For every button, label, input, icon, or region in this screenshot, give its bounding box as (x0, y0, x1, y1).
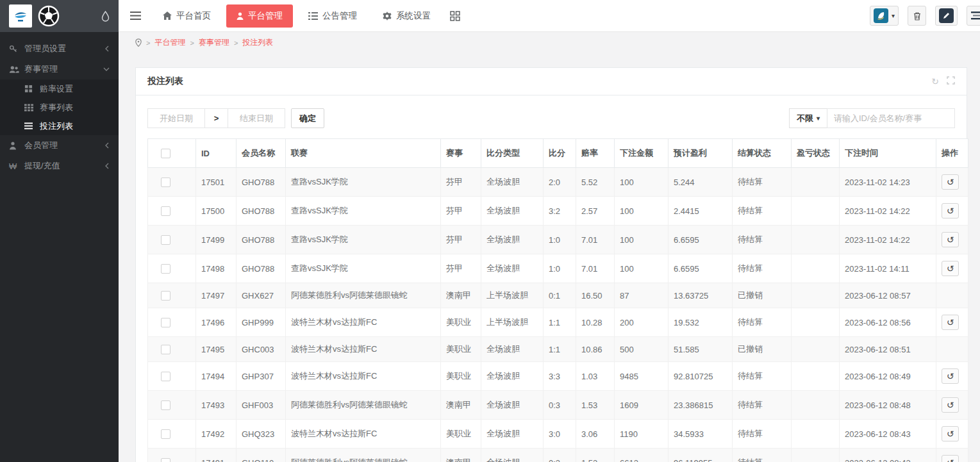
row-select-cell (148, 254, 196, 283)
sidebar-item-match-management[interactable]: 赛事管理 (0, 59, 119, 79)
sidebar-item-odds-settings[interactable]: 赔率设置 (0, 79, 119, 98)
row-checkbox[interactable] (161, 400, 170, 410)
table-row: 17499 GHO788 查路vsSJK学院 芬甲 全场波胆 1:0 7.01 … (148, 226, 968, 254)
cell-league-match: 阿德莱德胜利vs阿德莱德眼镜蛇 (286, 391, 441, 420)
column-header-id: ID (196, 139, 237, 168)
soccer-ball-icon[interactable] (37, 4, 60, 28)
cell-member: GHO788 (237, 197, 286, 226)
cell-settle-status: 待结算 (733, 226, 792, 254)
row-select-cell (148, 168, 196, 197)
cell-bet-time: 2023-11-02 14:22 (840, 226, 936, 254)
cell-profit: 13.63725 (669, 283, 733, 308)
undo-button[interactable]: ↺ (942, 426, 959, 441)
undo-button[interactable]: ↺ (942, 397, 959, 413)
date-range-arrow-button[interactable]: > (204, 108, 228, 128)
bet-list-panel: 投注列表 ↻ > 确定 (135, 67, 967, 462)
sidebar-item-withdraw-deposit[interactable]: ₩ 提现/充值 (0, 156, 119, 176)
cell-score: 1:1 (544, 337, 576, 362)
row-checkbox[interactable] (161, 429, 170, 439)
cell-odds: 1.03 (576, 362, 615, 391)
cell-id: 17500 (196, 197, 237, 226)
cell-bet-time: 2023-06-12 08:56 (840, 308, 936, 337)
undo-button[interactable]: ↺ (942, 315, 959, 330)
brand-logo[interactable] (9, 4, 32, 28)
table-header: ID 会员名称 联赛 赛事 比分类型 比分 赔率 下注金额 预计盈利 结算状态 (148, 139, 968, 168)
user-icon (237, 12, 244, 20)
table-row: 17494 GHP307 波特兰木材vs达拉斯FC 美职业 全场波胆 3:3 1… (148, 362, 968, 391)
browser-icon (874, 8, 888, 23)
undo-button[interactable]: ↺ (942, 232, 959, 247)
breadcrumb-link-bet-list[interactable]: 投注列表 (242, 37, 273, 48)
breadcrumb-link-match[interactable]: 赛事管理 (199, 37, 229, 48)
cell-odds: 7.01 (576, 254, 615, 283)
cell-league-match: 查路vsSJK学院 (286, 226, 441, 254)
nav-tab-system-settings[interactable]: 系统设置 (372, 4, 441, 28)
cell-bet-time: 2023-06-12 08:43 (840, 420, 936, 449)
search-group: 不限 ▾ (789, 108, 955, 128)
hamburger-icon[interactable] (130, 12, 141, 20)
caret-down-icon: ▾ (817, 115, 820, 122)
cell-score: 3:2 (544, 197, 576, 226)
sidebar-item-member-management[interactable]: 会员管理 (0, 135, 119, 156)
expand-icon[interactable] (947, 76, 955, 87)
row-checkbox[interactable] (161, 177, 170, 187)
undo-button[interactable]: ↺ (942, 203, 959, 219)
cell-amount: 100 (615, 197, 669, 226)
gear-icon (383, 12, 392, 21)
row-checkbox[interactable] (161, 291, 170, 301)
cell-league: 美职业 (441, 308, 481, 337)
row-checkbox[interactable] (161, 458, 170, 462)
sidebar-item-bet-list[interactable]: 投注列表 (0, 117, 119, 135)
cell-settle-status: 待结算 (733, 391, 792, 420)
undo-button[interactable]: ↺ (942, 261, 959, 276)
end-date-input[interactable] (228, 108, 285, 128)
row-checkbox[interactable] (161, 345, 170, 354)
undo-button[interactable]: ↺ (942, 455, 959, 462)
cell-member: GHO788 (237, 254, 286, 283)
cell-member: GHQ323 (237, 420, 286, 449)
droplet-icon[interactable] (101, 11, 110, 22)
cell-league: 美职业 (441, 337, 481, 362)
sidebar-item-match-list[interactable]: 赛事列表 (0, 98, 119, 117)
cell-score: 2:0 (544, 168, 576, 197)
start-date-input[interactable] (147, 108, 205, 128)
edit-button[interactable] (935, 6, 958, 26)
row-checkbox[interactable] (161, 206, 170, 216)
cell-league: 芬甲 (441, 226, 481, 254)
row-checkbox[interactable] (161, 235, 170, 245)
confirm-button[interactable]: 确定 (291, 108, 324, 128)
cell-settle-status: 已撤销 (733, 283, 792, 308)
cell-odds: 10.28 (576, 308, 615, 337)
column-header-amount: 下注金额 (615, 139, 669, 168)
row-checkbox[interactable] (161, 264, 170, 274)
cell-bet-time: 2023-11-02 14:11 (840, 254, 936, 283)
cell-score: 0:1 (544, 283, 576, 308)
nav-tab-announcement-management[interactable]: 公告管理 (298, 4, 367, 28)
table-body: 17501 GHO788 查路vsSJK学院 芬甲 全场波胆 2:0 5.52 … (148, 168, 968, 462)
row-checkbox[interactable] (161, 318, 170, 327)
log-list-icon (971, 12, 980, 20)
app-launcher-grid-icon[interactable] (450, 11, 460, 21)
row-checkbox[interactable] (161, 372, 170, 381)
nav-tab-label: 平台管理 (248, 10, 283, 22)
sidebar-item-label: 提现/充值 (24, 160, 60, 172)
nav-tab-platform-management[interactable]: 平台管理 (226, 4, 293, 28)
undo-button[interactable]: ↺ (942, 368, 959, 384)
refresh-icon[interactable]: ↻ (931, 76, 939, 87)
undo-button[interactable]: ↺ (942, 174, 959, 190)
sidebar-item-label: 赛事管理 (24, 63, 58, 75)
breadcrumb-link-platform[interactable]: 平台管理 (154, 37, 185, 48)
scope-dropdown-button[interactable]: 不限 ▾ (789, 108, 827, 128)
cell-odds: 1.53 (576, 391, 615, 420)
cell-league: 芬甲 (441, 254, 481, 283)
row-select-cell (148, 420, 196, 449)
select-all-checkbox[interactable] (161, 149, 170, 158)
sidebar-item-admin-settings[interactable]: 管理员设置 (0, 38, 119, 59)
search-input[interactable] (827, 108, 955, 128)
nav-tab-platform-home[interactable]: 平台首页 (153, 4, 221, 28)
log-list-button[interactable] (967, 6, 980, 26)
trash-button[interactable] (908, 6, 926, 26)
browser-select-button[interactable]: ▾ (870, 6, 899, 26)
cell-amount: 100 (615, 168, 669, 197)
cell-id: 17492 (196, 420, 237, 449)
